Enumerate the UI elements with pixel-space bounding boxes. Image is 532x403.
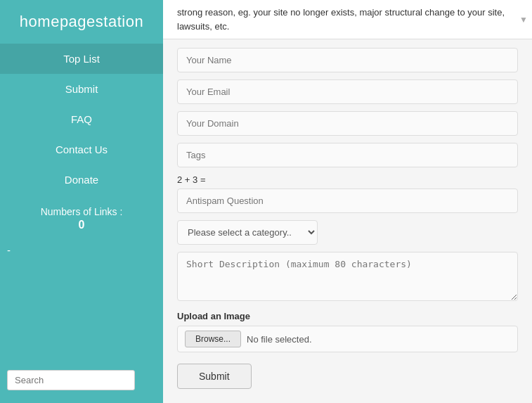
sidebar-item-submit[interactable]: Submit xyxy=(0,74,163,104)
form-section: 2 + 3 = Please select a category.. Techn… xyxy=(163,39,532,403)
domain-input[interactable] xyxy=(177,111,518,136)
upload-row: Upload an Image Browse... No file select… xyxy=(177,311,518,352)
captcha-label: 2 + 3 = xyxy=(177,174,518,185)
submit-button[interactable]: Submit xyxy=(177,364,252,389)
sidebar: homepagestation Top List Submit FAQ Cont… xyxy=(0,0,163,403)
sidebar-item-donate[interactable]: Donate xyxy=(0,165,163,195)
main-content: strong reason, eg. your site no longer e… xyxy=(163,0,532,403)
category-row: Please select a category.. Technology Bu… xyxy=(177,220,518,245)
category-select[interactable]: Please select a category.. Technology Bu… xyxy=(177,220,318,245)
name-row xyxy=(177,48,518,72)
file-upload-area: Browse... No file selected. xyxy=(177,326,518,352)
email-input[interactable] xyxy=(177,79,518,104)
description-row xyxy=(177,252,518,304)
search-input[interactable] xyxy=(7,370,135,390)
top-text: strong reason, eg. your site no longer e… xyxy=(177,7,505,32)
numbers-count: 0 xyxy=(7,219,156,231)
numbers-label: Numbers of Links : xyxy=(41,206,123,217)
name-input[interactable] xyxy=(177,48,518,72)
antispam-input[interactable] xyxy=(177,188,518,213)
tags-input[interactable] xyxy=(177,143,518,167)
numbers-section: Numbers of Links : 0 xyxy=(0,195,163,234)
upload-label: Upload an Image xyxy=(177,311,518,321)
email-row xyxy=(177,79,518,104)
sidebar-bottom: - xyxy=(0,234,163,403)
sidebar-dash: - xyxy=(7,244,11,256)
logo: homepagestation xyxy=(0,0,163,44)
tags-row xyxy=(177,143,518,167)
sidebar-item-contact-us[interactable]: Contact Us xyxy=(0,134,163,165)
top-text-area: strong reason, eg. your site no longer e… xyxy=(163,0,532,39)
browse-button[interactable]: Browse... xyxy=(185,331,241,347)
no-file-text: No file selected. xyxy=(247,334,312,345)
sidebar-item-faq[interactable]: FAQ xyxy=(0,104,163,134)
sidebar-item-top-list[interactable]: Top List xyxy=(0,44,163,74)
scroll-indicator: ▼ xyxy=(519,13,528,26)
domain-row xyxy=(177,111,518,136)
description-textarea[interactable] xyxy=(177,252,518,301)
captcha-row: 2 + 3 = xyxy=(177,174,518,213)
